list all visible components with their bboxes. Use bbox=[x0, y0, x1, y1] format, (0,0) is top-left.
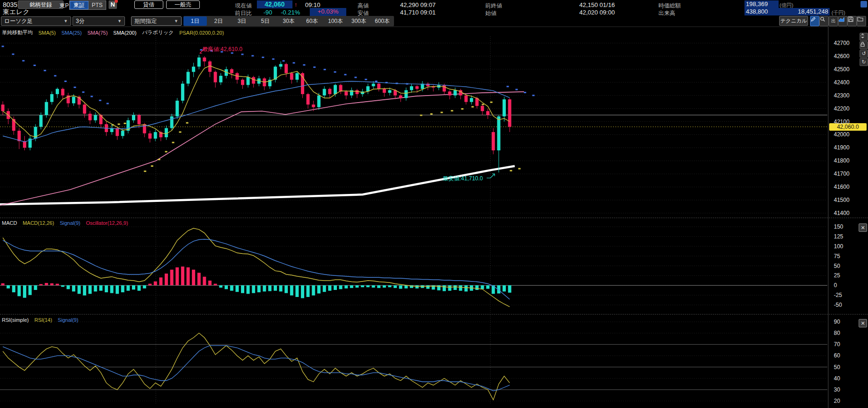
period-button-60本[interactable]: 60本 bbox=[300, 16, 324, 26]
current-price-value: 42,060 bbox=[257, 0, 292, 8]
change-percent-2: +0.03% bbox=[310, 8, 346, 16]
rsi-legend: RSI(simple) RSI(14)Signal(9) bbox=[2, 317, 78, 323]
tab-pts[interactable]: PTS bbox=[88, 1, 106, 9]
margin-trade-button[interactable]: 貸借 bbox=[134, 0, 163, 9]
tab-tosho[interactable]: 東証 bbox=[70, 1, 88, 9]
undo-icon[interactable]: ↺ bbox=[860, 50, 868, 58]
chart-type-dropdown[interactable]: ローソク足 ▼ bbox=[1, 16, 71, 26]
prev-close-value: 42,150 01/16 bbox=[579, 1, 615, 8]
folder-icon[interactable] bbox=[857, 16, 866, 26]
open-label: 始値 bbox=[485, 9, 496, 17]
period-select-value: 期間指定 bbox=[134, 17, 157, 25]
export-icon-text: 出 bbox=[831, 18, 836, 24]
exchange-tab-group: 東証 PTS bbox=[69, 0, 106, 10]
period-button-300本[interactable]: 300本 bbox=[347, 16, 371, 26]
period-button-5日[interactable]: 5日 bbox=[254, 16, 277, 26]
period-select-dropdown[interactable]: 期間指定 ▼ bbox=[131, 16, 182, 26]
chart-canvas[interactable] bbox=[0, 0, 868, 408]
legend-item: Signal(9) bbox=[58, 317, 78, 323]
redo-icon[interactable]: ↻ bbox=[860, 58, 868, 66]
legend-macd-title: MACD bbox=[2, 220, 17, 226]
price-up-arrow-icon: ↑ bbox=[294, 1, 298, 8]
macd-legend: MACD MACD(12,26)Signal(9)Oscillator(12,2… bbox=[2, 220, 128, 226]
legend-item: SMA(25) bbox=[61, 30, 81, 36]
legend-parabolic-title: パラボリック bbox=[142, 29, 174, 36]
session-high-annotation: 最高値:42,610.0 bbox=[202, 45, 242, 53]
macd-close-icon[interactable]: ✕ bbox=[859, 223, 867, 232]
lock-icon[interactable] bbox=[860, 41, 868, 49]
axis-scale-icon[interactable] bbox=[860, 33, 868, 41]
news-icon[interactable]: N bbox=[109, 0, 117, 9]
volume-turnover-box: 438,800 18,451,248 bbox=[744, 8, 830, 15]
rsi-close-icon[interactable]: ✕ bbox=[859, 319, 867, 327]
legend-item: SMA(5) bbox=[38, 30, 56, 36]
general-sell-button[interactable]: 一般売 bbox=[166, 0, 200, 9]
period-button-1日[interactable]: 1日 bbox=[183, 16, 207, 26]
period-button-group: 1日2日3日5日30本60本100本300本600本 bbox=[183, 16, 394, 26]
current-price-label: 現在値 bbox=[235, 2, 252, 10]
chevron-down-icon: ▼ bbox=[117, 19, 122, 23]
pencil-icon[interactable] bbox=[810, 16, 819, 26]
low-value: 41,710 09:01 bbox=[400, 9, 436, 16]
legend-item: MACD(12,26) bbox=[22, 220, 54, 226]
chart-type-value: ローソク足 bbox=[4, 17, 33, 25]
chevron-down-icon: ▼ bbox=[174, 19, 178, 23]
session-low-annotation: 最安値:41,710.0 bbox=[443, 175, 483, 183]
legend-item: RSI(14) bbox=[34, 317, 52, 323]
volume-label: 出来高 bbox=[658, 9, 675, 17]
chevron-down-icon: ▼ bbox=[64, 19, 68, 23]
volume-value: 438,800 bbox=[746, 8, 768, 15]
legend-sma-items: SMA(5)SMA(25)SMA(75)SMA(200) bbox=[38, 30, 137, 36]
open-value: 42,020 09:00 bbox=[579, 9, 615, 16]
current-price-time: 09:10 bbox=[305, 1, 321, 8]
trading-app-window: { "header": { "code": "8035", "name": "東… bbox=[0, 0, 868, 408]
change-value: -90 bbox=[263, 9, 272, 16]
interval-value: 3分 bbox=[76, 17, 85, 25]
market-cap-value: 198,369 bbox=[744, 0, 779, 8]
period-button-3日[interactable]: 3日 bbox=[230, 16, 254, 26]
legend-rsi-title: RSI(simple) bbox=[2, 317, 29, 323]
turnover-unit: (千円) bbox=[832, 9, 845, 16]
market-segment-label: 東P bbox=[59, 2, 69, 10]
legend-item: SMA(75) bbox=[88, 30, 108, 36]
zoom-icon[interactable] bbox=[819, 16, 829, 26]
turnover-value: 18,451,248 bbox=[798, 8, 828, 15]
technical-button[interactable]: テクニカル bbox=[779, 16, 808, 26]
current-price-axis-tag: 42,060.0 bbox=[829, 123, 867, 131]
high-value: 42,290 09:07 bbox=[400, 1, 436, 8]
main-chart-legend: 単純移動平均 SMA(5)SMA(25)SMA(75)SMA(200) パラボリ… bbox=[2, 29, 224, 36]
news-icon-letter: N bbox=[110, 1, 115, 8]
legend-item: Oscillator(12,26,9) bbox=[86, 220, 128, 226]
chart-icon[interactable] bbox=[838, 16, 847, 26]
period-button-600本[interactable]: 600本 bbox=[371, 16, 394, 26]
prev-close-label: 前終値 bbox=[485, 2, 502, 10]
period-button-100本[interactable]: 100本 bbox=[324, 16, 347, 26]
change-percent: -0.21% bbox=[281, 9, 300, 16]
save-icon[interactable] bbox=[847, 16, 857, 26]
legend-item: Signal(9) bbox=[60, 220, 80, 226]
stock-name: 東エレク bbox=[3, 8, 29, 16]
legend-item: SMA(200) bbox=[113, 30, 137, 36]
high-label: 高値 bbox=[357, 2, 369, 10]
period-button-30本[interactable]: 30本 bbox=[277, 16, 300, 26]
legend-psar-item: PSAR(0.0200,0.20) bbox=[179, 30, 224, 36]
corner-app-icon[interactable] bbox=[861, 1, 867, 7]
period-button-2日[interactable]: 2日 bbox=[207, 16, 230, 26]
legend-rsi-items: RSI(14)Signal(9) bbox=[34, 317, 78, 323]
export-icon[interactable]: 出 bbox=[829, 16, 838, 26]
legend-macd-items: MACD(12,26)Signal(9)Oscillator(12,26,9) bbox=[22, 220, 128, 226]
legend-sma-title: 単純移動平均 bbox=[2, 29, 33, 36]
stock-code: 8035 bbox=[3, 1, 17, 8]
market-cap-label: 時価総額 bbox=[658, 2, 681, 10]
interval-dropdown[interactable]: 3分 ▼ bbox=[73, 16, 125, 26]
